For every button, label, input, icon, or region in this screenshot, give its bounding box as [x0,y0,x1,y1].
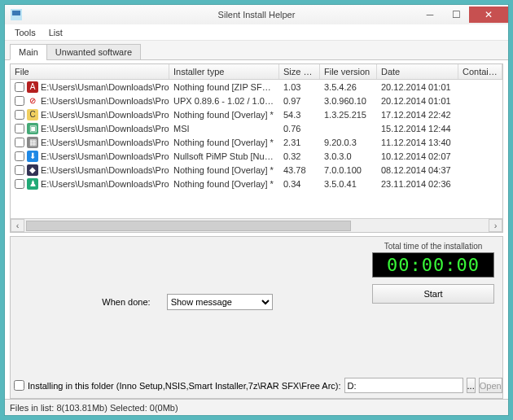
row-checkbox[interactable] [15,138,24,147]
col-installer-type[interactable]: Installer type [169,64,279,79]
app-icon [9,7,24,22]
installer-type: UPX 0.89.6 - 1.02 / 1.05 -... [169,95,279,107]
file-path: E:\Users\Usman\Downloads\Progra... [41,138,169,147]
file-icon: C [27,109,38,120]
file-icon: ▦ [27,137,38,148]
file-date: 11.12.2014 13:40 [377,137,458,148]
file-icon: ⊘ [27,95,38,107]
installer-type: Nothing found [Overlay] * [169,178,279,190]
status-text: Files in list: 8(103.81Mb) Selected: 0(0… [10,403,178,413]
installer-type: MSI [169,123,279,134]
row-checkbox[interactable] [15,151,24,161]
menu-tools[interactable]: Tools [8,26,42,39]
table-row[interactable]: ▦E:\Users\Usman\Downloads\Progra...Nothi… [11,135,502,149]
open-button[interactable]: Open [479,378,502,393]
col-unwanted[interactable]: Contains unwanted s [458,64,502,79]
row-checkbox[interactable] [15,96,24,106]
when-done-label: When done: [102,297,150,307]
file-date: 20.12.2014 01:01 [377,95,458,107]
unwanted-cell [458,142,502,143]
file-path: E:\Users\Usman\Downloads\Progra... [41,96,169,106]
table-row[interactable]: ◆E:\Users\Usman\Downloads\Progra...Nothi… [11,163,502,177]
scroll-right-icon[interactable]: › [489,219,502,232]
file-icon: ◆ [27,164,38,176]
file-path: E:\Users\Usman\Downloads\Progra... [41,165,169,175]
table-row[interactable]: ▣E:\Users\Usman\Downloads\Progra...MSI0.… [11,121,502,135]
timer-display: 00:00:00 [372,252,494,278]
unwanted-cell [458,169,502,171]
file-version: 9.20.0.3 [320,137,377,148]
file-version: 3.0.960.10 [320,95,377,107]
horizontal-scrollbar[interactable]: ‹ › [11,218,502,232]
tab-main[interactable]: Main [10,44,47,60]
size-mb: 0.97 [279,95,320,107]
maximize-button[interactable]: ☐ [443,7,469,23]
installer-type: Nullsoft PiMP Stub [Null... [169,151,279,162]
install-folder-checkbox[interactable] [14,380,24,391]
file-version: 1.3.25.215 [320,109,377,120]
unwanted-cell [458,114,502,116]
file-version: 7.0.0.100 [320,164,377,176]
row-checkbox[interactable] [15,82,24,92]
minimize-button[interactable]: ─ [417,7,443,23]
menu-list[interactable]: List [42,26,69,39]
close-button[interactable]: ✕ [469,7,508,23]
installer-type: Nothing found [Overlay] * [169,109,279,120]
size-mb: 2.31 [279,137,320,148]
unwanted-cell [458,183,502,185]
tab-unwanted[interactable]: Unwanted software [46,44,141,60]
size-mb: 0.34 [279,178,320,190]
table-row[interactable]: ♟E:\Users\Usman\Downloads\Progra...Nothi… [11,177,502,190]
browse-button[interactable]: ... [467,378,476,393]
install-folder-label: Installing in this folder (Inno Setup,NS… [28,381,341,391]
col-size[interactable]: Size Mb [279,64,320,79]
file-version [320,128,377,129]
file-date: 20.12.2014 01:01 [377,81,458,93]
scroll-left-icon[interactable]: ‹ [11,219,24,232]
file-list: File Installer type Size Mb File version… [10,63,503,233]
file-icon: ▣ [27,123,38,134]
size-mb: 0.76 [279,123,320,134]
installer-type: Nothing found [ZIP SFX] * [169,81,279,93]
file-icon: ♟ [27,178,38,190]
table-row[interactable]: ⬇E:\Users\Usman\Downloads\Progra...Nulls… [11,149,502,163]
scroll-thumb[interactable] [26,221,351,231]
file-path: E:\Users\Usman\Downloads\Progra... [41,82,169,92]
file-path: E:\Users\Usman\Downloads\Progra... [41,124,169,133]
unwanted-cell [458,155,502,157]
file-date: 23.11.2014 02:36 [377,178,458,190]
file-date: 08.12.2014 04:37 [377,164,458,176]
file-path: E:\Users\Usman\Downloads\Progra... [41,179,169,189]
file-icon: A [27,81,38,93]
start-button[interactable]: Start [372,284,494,304]
file-version: 3.5.0.41 [320,178,377,190]
file-icon: ⬇ [27,151,38,162]
file-version: 3.5.4.26 [320,81,377,93]
installer-type: Nothing found [Overlay] * [169,164,279,176]
installer-type: Nothing found [Overlay] * [169,137,279,148]
when-done-select[interactable]: Show message [167,294,273,310]
file-date: 15.12.2014 12:44 [377,123,458,134]
file-path: E:\Users\Usman\Downloads\Progra... [41,151,169,161]
col-file[interactable]: File [11,64,169,79]
size-mb: 43.78 [279,164,320,176]
table-row[interactable]: ⊘E:\Users\Usman\Downloads\Progra...UPX 0… [11,94,502,107]
unwanted-cell [458,100,502,102]
row-checkbox[interactable] [15,165,24,175]
row-checkbox[interactable] [15,124,24,133]
row-checkbox[interactable] [15,179,24,189]
col-file-version[interactable]: File version [320,64,377,79]
table-row[interactable]: AE:\Users\Usman\Downloads\Progra...Nothi… [11,80,502,94]
svg-rect-1 [12,11,20,15]
file-path: E:\Users\Usman\Downloads\Progra... [41,110,169,120]
col-date[interactable]: Date [377,64,458,79]
table-row[interactable]: CE:\Users\Usman\Downloads\Progra...Nothi… [11,107,502,121]
unwanted-cell [458,86,502,88]
size-mb: 1.03 [279,81,320,93]
size-mb: 0.32 [279,151,320,162]
install-path-input[interactable] [344,378,463,393]
file-date: 10.12.2014 02:07 [377,151,458,162]
size-mb: 54.3 [279,109,320,120]
row-checkbox[interactable] [15,110,24,120]
timer-label: Total time of the installation [372,242,494,251]
